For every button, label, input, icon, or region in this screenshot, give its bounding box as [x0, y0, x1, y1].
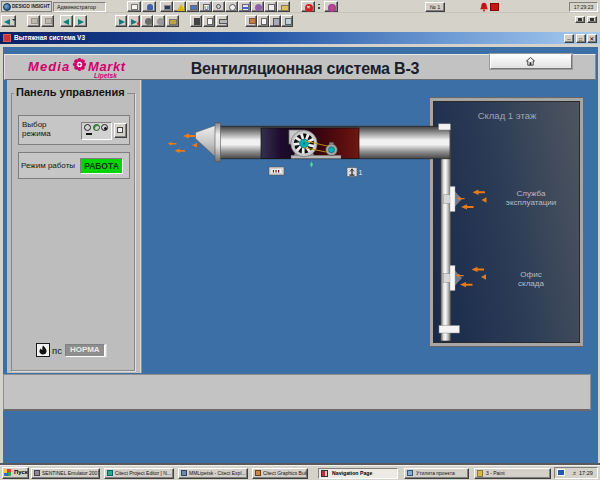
svg-text:1: 1 — [359, 169, 363, 176]
